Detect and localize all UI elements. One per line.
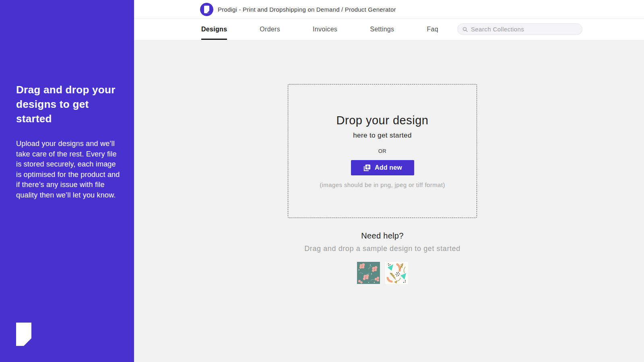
prodigi-page-logo (16, 323, 31, 346)
sidebar-heading: Drag and drop your designs to get starte… (16, 82, 123, 126)
main-nav: Designs Orders Invoices Settings Faq (134, 19, 644, 40)
help-section: Need help? Drag and drop a sample design… (262, 231, 503, 284)
add-to-library-icon (363, 164, 371, 172)
tab-orders[interactable]: Orders (260, 19, 280, 40)
prodigi-logo-icon (200, 3, 213, 16)
dropzone-subtitle: here to get started (288, 132, 477, 140)
add-new-button-label: Add new (375, 164, 402, 171)
tab-invoices[interactable]: Invoices (313, 19, 337, 40)
page-fold-corner (24, 338, 31, 346)
page-glyph (204, 6, 209, 13)
main-pane: Prodigi - Print and Dropshipping on Dema… (134, 0, 644, 284)
sidebar: Drag and drop your designs to get starte… (0, 0, 134, 362)
design-dropzone[interactable]: Drop your design here to get started OR … (288, 84, 477, 218)
file-format-hint: (images should be in png, jpeg or tiff f… (288, 181, 477, 188)
nav-items: Designs Orders Invoices Settings Faq (201, 19, 471, 40)
search-input[interactable] (471, 26, 577, 33)
search-box[interactable] (457, 23, 582, 35)
tropical-pattern-sample-thumbnail[interactable] (385, 262, 408, 284)
app-header: Prodigi - Print and Dropshipping on Dema… (134, 0, 644, 19)
help-subtitle: Drag and drop a sample design to get sta… (262, 245, 503, 253)
tab-faq[interactable]: Faq (427, 19, 438, 40)
tab-settings[interactable]: Settings (370, 19, 394, 40)
add-new-button[interactable]: Add new (351, 160, 414, 175)
floral-pattern-sample-thumbnail[interactable] (357, 262, 380, 284)
tab-designs[interactable]: Designs (201, 19, 227, 40)
or-separator: OR (288, 148, 477, 154)
sidebar-description: Upload your designs and we’ll take care … (16, 139, 123, 200)
search-icon (462, 27, 468, 32)
dropzone-title: Drop your design (288, 114, 477, 127)
sample-designs (262, 262, 503, 284)
page-fold-corner (207, 11, 209, 13)
help-title: Need help? (262, 231, 503, 241)
app-title: Prodigi - Print and Dropshipping on Dema… (218, 6, 396, 13)
content-area: Drop your design here to get started OR … (134, 40, 644, 284)
